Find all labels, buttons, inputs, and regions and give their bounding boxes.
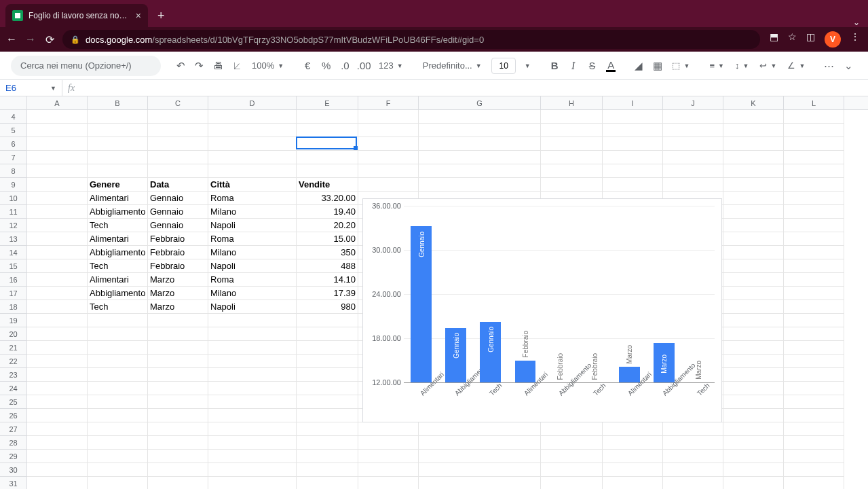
spreadsheet-grid[interactable]: ABCDEFGHIJKL 456789101112131415161718192… bbox=[0, 96, 868, 489]
cell-K11[interactable] bbox=[723, 205, 784, 219]
cell-C17[interactable]: Marzo bbox=[148, 287, 208, 300]
column-header-I[interactable]: I bbox=[603, 96, 663, 109]
cell-A7[interactable] bbox=[27, 151, 88, 164]
cell-H28[interactable] bbox=[541, 436, 603, 450]
row-header-8[interactable]: 8 bbox=[0, 164, 27, 178]
cell-K12[interactable] bbox=[723, 219, 784, 232]
cell-B10[interactable]: Alimentari bbox=[88, 192, 148, 205]
cell-D21[interactable] bbox=[208, 341, 297, 355]
more-formats-button[interactable]: 123▼ bbox=[375, 57, 407, 75]
reload-button[interactable]: ⟳ bbox=[43, 33, 56, 46]
column-header-J[interactable]: J bbox=[663, 96, 723, 109]
wrap-button[interactable]: ↩▼ bbox=[755, 57, 780, 75]
row-header-16[interactable]: 16 bbox=[0, 273, 27, 287]
cell-C28[interactable] bbox=[148, 436, 208, 450]
cell-E22[interactable] bbox=[297, 355, 358, 368]
close-tab-icon[interactable]: × bbox=[136, 10, 141, 21]
cell-A22[interactable] bbox=[27, 355, 88, 368]
cell-I9[interactable] bbox=[603, 178, 663, 192]
cell-F29[interactable] bbox=[358, 450, 419, 463]
cell-A11[interactable] bbox=[27, 205, 88, 219]
sidepanel-icon[interactable]: ◫ bbox=[806, 31, 815, 48]
cell-F9[interactable] bbox=[358, 178, 419, 192]
column-header-L[interactable]: L bbox=[784, 96, 844, 109]
cell-E23[interactable] bbox=[297, 368, 358, 382]
cell-I5[interactable] bbox=[603, 124, 663, 137]
cell-I4[interactable] bbox=[603, 110, 663, 124]
cell-I28[interactable] bbox=[603, 436, 663, 450]
cell-D20[interactable] bbox=[208, 327, 297, 341]
cell-D6[interactable] bbox=[208, 137, 297, 151]
cell-C10[interactable]: Gennaio bbox=[148, 192, 208, 205]
cell-L29[interactable] bbox=[784, 450, 844, 463]
cell-L10[interactable] bbox=[784, 192, 844, 205]
cell-K20[interactable] bbox=[723, 327, 784, 341]
cell-D29[interactable] bbox=[208, 450, 297, 463]
cell-B4[interactable] bbox=[88, 110, 148, 124]
cell-K23[interactable] bbox=[723, 368, 784, 382]
cell-C21[interactable] bbox=[148, 341, 208, 355]
column-header-B[interactable]: B bbox=[88, 96, 148, 109]
redo-button[interactable]: ↷ bbox=[191, 57, 208, 75]
cell-A9[interactable] bbox=[27, 178, 88, 192]
cell-L8[interactable] bbox=[784, 164, 844, 178]
cell-B14[interactable]: Abbigliamento bbox=[88, 246, 148, 259]
cell-F31[interactable] bbox=[358, 477, 419, 489]
cell-A25[interactable] bbox=[27, 395, 88, 409]
cell-D31[interactable] bbox=[208, 477, 297, 489]
cell-D25[interactable] bbox=[208, 395, 297, 409]
cell-A18[interactable] bbox=[27, 300, 88, 314]
cell-A26[interactable] bbox=[27, 409, 88, 422]
row-header-22[interactable]: 22 bbox=[0, 355, 27, 368]
cell-C30[interactable] bbox=[148, 463, 208, 477]
cell-G30[interactable] bbox=[419, 463, 541, 477]
cell-C14[interactable]: Febbraio bbox=[148, 246, 208, 259]
row-header-20[interactable]: 20 bbox=[0, 327, 27, 341]
cell-A29[interactable] bbox=[27, 450, 88, 463]
cell-E12[interactable]: 20.20 bbox=[297, 219, 358, 232]
borders-button[interactable]: ▦ bbox=[649, 57, 666, 75]
column-header-E[interactable]: E bbox=[297, 96, 358, 109]
cell-K18[interactable] bbox=[723, 300, 784, 314]
cell-F28[interactable] bbox=[358, 436, 419, 450]
cell-E28[interactable] bbox=[297, 436, 358, 450]
cell-A8[interactable] bbox=[27, 164, 88, 178]
embedded-chart[interactable]: 12.00.0018.00.0024.00.0030.00.0036.00.00… bbox=[362, 198, 722, 422]
cell-K14[interactable] bbox=[723, 246, 784, 259]
cell-G6[interactable] bbox=[419, 137, 541, 151]
italic-button[interactable]: I bbox=[565, 57, 582, 75]
cell-H5[interactable] bbox=[541, 124, 603, 137]
cell-L6[interactable] bbox=[784, 137, 844, 151]
cell-E6[interactable] bbox=[297, 137, 358, 151]
cell-B8[interactable] bbox=[88, 164, 148, 178]
cell-D11[interactable]: Milano bbox=[208, 205, 297, 219]
cell-F6[interactable] bbox=[358, 137, 419, 151]
cell-C15[interactable]: Febbraio bbox=[148, 259, 208, 273]
cell-L11[interactable] bbox=[784, 205, 844, 219]
cell-A17[interactable] bbox=[27, 287, 88, 300]
cell-C11[interactable]: Gennaio bbox=[148, 205, 208, 219]
cell-I7[interactable] bbox=[603, 151, 663, 164]
cell-L19[interactable] bbox=[784, 314, 844, 327]
row-header-7[interactable]: 7 bbox=[0, 151, 27, 164]
cell-A5[interactable] bbox=[27, 124, 88, 137]
cell-K9[interactable] bbox=[723, 178, 784, 192]
font-family-dropdown[interactable]: Predefinito...▼ bbox=[419, 57, 480, 75]
cell-E4[interactable] bbox=[297, 110, 358, 124]
cell-C8[interactable] bbox=[148, 164, 208, 178]
row-header-26[interactable]: 26 bbox=[0, 409, 27, 422]
row-header-23[interactable]: 23 bbox=[0, 368, 27, 382]
column-header-G[interactable]: G bbox=[419, 96, 541, 109]
cell-E17[interactable]: 17.39 bbox=[297, 287, 358, 300]
cell-K15[interactable] bbox=[723, 259, 784, 273]
cell-B22[interactable] bbox=[88, 355, 148, 368]
formula-input[interactable] bbox=[80, 80, 868, 96]
collapse-toolbar-button[interactable]: ⌄ bbox=[839, 57, 857, 75]
row-header-4[interactable]: 4 bbox=[0, 110, 27, 124]
cell-E13[interactable]: 15.00 bbox=[297, 232, 358, 246]
percent-button[interactable]: % bbox=[318, 57, 335, 75]
cell-D23[interactable] bbox=[208, 368, 297, 382]
chart-bar[interactable] bbox=[619, 367, 640, 382]
cell-I6[interactable] bbox=[603, 137, 663, 151]
cell-J4[interactable] bbox=[663, 110, 723, 124]
